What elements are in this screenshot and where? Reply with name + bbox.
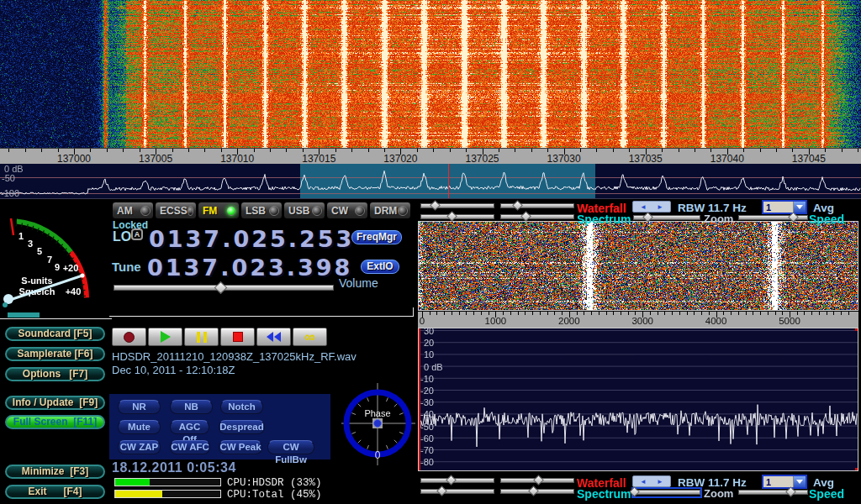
notch-button[interactable]: Notch [220,400,263,414]
zoom-slider-top-thumb[interactable] [642,212,653,223]
zoom-slider-top[interactable] [633,214,700,222]
mode-button-lsb[interactable]: LSB [240,202,283,219]
scale-tick [554,312,555,315]
zoom-slider-bottom[interactable] [633,489,700,496]
main-frequency-scale[interactable]: 1370001370051370101370151370201370251370… [0,148,861,164]
rewind-button[interactable] [256,328,291,346]
spectrum-brightness-slider-bottom-thumb[interactable] [528,486,539,496]
chevron-down-icon[interactable] [793,476,806,487]
speed-slider-top[interactable] [738,214,808,222]
zoom-spectrum-display[interactable] [419,328,858,470]
nr-button[interactable]: NR [118,400,161,414]
avg-select-top[interactable]: 1 [762,200,807,214]
scale-tick [466,149,467,152]
waterfall-brightness-slider-bottom-thumb[interactable] [533,475,544,486]
arrow-left-icon[interactable]: ◄ [640,203,647,211]
zoom-waterfall-frame [418,221,858,311]
volume-slider[interactable] [114,283,334,293]
volume-label: Volume [339,276,378,290]
speed-slider-bottom[interactable] [738,489,808,496]
scale-tick [599,312,600,315]
minimize-button[interactable]: Minimize [F3] [5,465,105,479]
cw-afc-button[interactable]: CW AFC [170,440,210,454]
scale-tick [481,312,482,315]
soundcard-button[interactable]: Soundcard [F5] [5,327,105,341]
frequency-tick-label: 137015 [302,153,335,164]
waterfall-brightness-slider-top-thumb[interactable] [512,200,523,211]
waterfall-brightness-slider-top[interactable] [500,202,574,210]
arrow-left-icon[interactable]: ◄ [640,478,647,486]
cpu-hdsdr-text: CPU:HDSDR (33%) [227,477,322,489]
pause-button[interactable] [184,328,219,346]
exit-button[interactable]: Exit [F4] [5,485,105,499]
speed-slider-bottom-thumb[interactable] [785,486,796,497]
scale-tick [433,149,434,152]
scale-tick [368,149,369,152]
full-screen-button[interactable]: Full Screen [F11] [5,415,105,429]
waterfall-brightness-slider-bottom[interactable] [500,477,574,485]
speed-slider-top-thumb[interactable] [788,212,799,223]
samplerate-button[interactable]: Samplerate [F6] [5,347,105,361]
scale-tick [848,312,849,315]
spectrum-contrast-slider-bottom-track [420,489,494,494]
mode-button-drm[interactable]: DRM [369,202,411,219]
play-button[interactable] [148,328,182,346]
cw-fullbw-button[interactable]: CW FullBw [267,440,314,454]
freqmgr-button[interactable]: FreqMgr [351,230,402,244]
spectrum-brightness-slider-top[interactable] [500,213,574,221]
mode-button-ecss[interactable]: ECSS [155,202,197,219]
zoom-waterfall-display[interactable] [419,222,858,310]
spectrum-contrast-slider-bottom-thumb[interactable] [437,486,448,496]
spectrum-brightness-slider-bottom[interactable] [500,488,574,496]
spectrum-contrast-slider-top[interactable] [420,213,494,221]
despread-button[interactable]: Despread [219,420,265,434]
waterfall-contrast-slider-bottom[interactable] [420,477,494,485]
scale-tick [531,149,532,152]
waterfall-scroll-arrows-bottom[interactable]: ◄► [632,475,671,487]
waterfall-contrast-slider-bottom-thumb[interactable] [446,475,457,486]
nb-button[interactable]: NB [170,400,213,414]
stop-button[interactable] [220,328,255,346]
mode-button-usb[interactable]: USB [283,202,325,219]
s-meter-gauge[interactable]: 13579+20+40S-unitsSquelch [0,200,111,309]
scale-tick [221,149,222,152]
avg-select-bottom[interactable]: 1 [762,475,807,489]
lo-auto-badge[interactable]: A [131,228,143,240]
arrow-right-icon[interactable]: ► [657,478,663,486]
agc-off-button[interactable]: AGC Off [170,420,209,434]
tune-frequency-display[interactable]: 0137.023.398 [147,255,352,281]
cw-zap-button[interactable]: CW ZAP [118,440,161,454]
lo-frequency-display[interactable]: 0137.025.253 [149,226,354,252]
main-waterfall-display[interactable] [0,0,861,148]
scale-tick [518,312,519,315]
chevron-down-icon[interactable] [793,202,806,213]
main-spectrum-display[interactable]: 0 dB-50-100 [0,164,861,198]
spectrum-label-bottom: Spectrum [577,487,631,501]
frequency-tick-label: 0 [420,316,425,326]
frequency-tick-label: 137010 [220,153,254,164]
arrow-right-icon[interactable]: ► [657,203,663,211]
options-button[interactable]: Options [F7] [5,367,105,381]
zoom-frequency-scale[interactable]: 010002000300040005000 [418,312,858,328]
volume-slider-thumb[interactable] [214,281,228,295]
waterfall-scroll-arrows-top[interactable]: ◄► [632,201,671,213]
mode-button-cw[interactable]: CW [326,202,368,219]
cw-peak-button[interactable]: CW Peak [219,440,262,454]
s-meter-scale-label: +20 [63,263,79,273]
recording-filename: HDSDR_20111210_120938Z_137025kHz_RF.wav [112,350,357,363]
loop-icon: ∞ [304,332,315,342]
waterfall-contrast-slider-top[interactable] [420,202,494,210]
spectrum-contrast-slider-top-thumb[interactable] [446,211,457,222]
mode-button-fm[interactable]: FM [198,202,240,219]
mute-button[interactable]: Mute [118,420,161,434]
extio-button[interactable]: ExtIO [361,260,399,274]
mode-button-am[interactable]: AM [112,202,154,219]
scale-tick [8,149,9,152]
loop-button[interactable]: ∞ [293,328,327,346]
info-update-button[interactable]: Info / Update [F9] [5,396,105,410]
waterfall-contrast-slider-top-thumb[interactable] [430,200,441,211]
record-button[interactable] [112,328,146,346]
divider [0,318,112,319]
spectrum-contrast-slider-bottom[interactable] [420,488,494,496]
spectrum-brightness-slider-top-thumb[interactable] [520,211,531,222]
